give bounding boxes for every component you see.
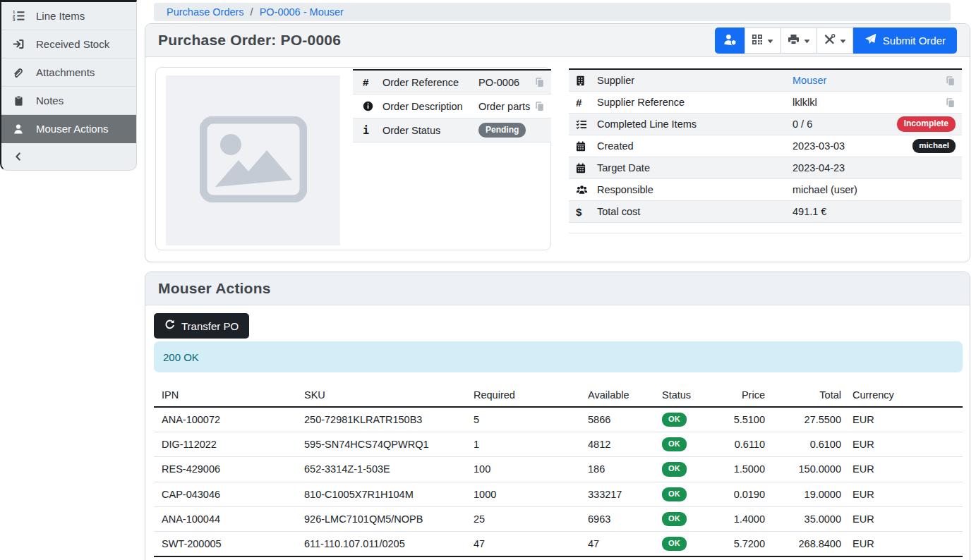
purchase-order-panel-body: # Order Reference PO-0006 Order Descript… [145,57,970,262]
table-row: RES-429006 652-3314Z-1-503E 100 186 OK 1… [154,457,963,482]
copy-icon[interactable] [945,97,956,108]
sidebar-item-label: Received Stock [36,38,109,50]
col-header-status: Status [654,385,711,407]
hash-icon: # [576,97,597,109]
user-icon [11,123,26,135]
transfer-po-label: Transfer PO [181,320,239,332]
ok-badge: OK [662,413,687,427]
chevron-left-icon [11,152,26,162]
ok-badge: OK [662,537,687,551]
calendar-icon [576,141,597,152]
submit-order-button[interactable]: Submit Order [853,28,957,54]
mouser-actions-panel-body: Transfer PO 200 OK IPN SKU Required Avai… [145,305,970,560]
page-title: Purchase Order: PO-0006 [158,32,341,49]
sidebar-item-line-items[interactable]: 123 Line Items [1,2,136,30]
table-header-row: IPN SKU Required Available Status Price … [154,385,963,407]
table-row: SWT-200005 611-110.107.011/0205 47 47 OK… [154,531,963,556]
clipboard-icon [11,95,26,106]
table-row: ANA-100072 250-72981KLRATR150B3 5 5866 O… [154,407,963,432]
breadcrumb-link-current-order[interactable]: PO-0006 - Mouser [260,6,344,18]
table-row: CAP-043046 810-C1005X7R1H104M 1000 33321… [154,482,963,506]
actions-menu-button[interactable] [817,28,853,54]
caret-down-icon [840,35,846,46]
order-reference-value: PO-0006 [478,77,534,88]
transfer-po-button[interactable]: Transfer PO [154,313,249,339]
sidebar: 123 Line Items Received Stock Attachment… [0,0,137,171]
copy-icon[interactable] [534,77,545,87]
created-date-value: 2023-03-03 [793,140,912,152]
col-header-total: Total [766,385,843,407]
paper-plane-icon [864,33,876,47]
detail-row-order-description: Order Description Order parts [353,95,551,118]
caret-down-icon [767,35,773,46]
order-image-placeholder [166,75,340,245]
mouser-actions-panel: Mouser Actions Transfer PO 200 OK IPN SK… [145,272,970,560]
detail-row-total-cost: $ Total cost 491.1 € [569,201,962,223]
submit-order-label: Submit Order [883,35,946,47]
table-total-row: Total 501.0000 [154,556,963,560]
sidebar-collapse-button[interactable] [1,143,136,170]
printer-icon [788,34,800,47]
caret-down-icon [804,35,810,46]
ok-badge: OK [662,462,687,476]
status-alert: 200 OK [154,341,963,372]
total-label: Total [154,556,296,560]
calendar-icon [576,163,597,174]
table-row: DIG-112022 595-SN74HCS74QPWRQ1 1 4812 OK… [154,432,963,457]
total-value: 501.0000 [766,556,843,560]
supplier-reference-value: lklklkl [793,97,945,108]
col-header-ipn: IPN [154,385,296,407]
paperclip-icon [11,67,26,78]
detail-row-created: Created 2023-03-03 michael [569,135,962,157]
sidebar-item-label: Attachments [36,66,95,78]
circle-info-icon [363,101,382,111]
supplier-details-table: Supplier Mouser # Supplier Reference lkl… [569,68,962,233]
barcode-menu-button[interactable] [745,28,781,54]
user-badge: michael [912,139,956,154]
user-shield-icon [723,33,737,48]
col-header-price: Price [711,385,766,407]
breadcrumb-link-purchase-orders[interactable]: Purchase Orders [167,6,244,18]
order-details-table: # Order Reference PO-0006 Order Descript… [353,69,551,142]
hash-icon: # [363,76,382,88]
line-items-table: IPN SKU Required Available Status Price … [154,385,963,560]
total-cost-value: 491.1 € [793,206,962,217]
sidebar-item-label: Mouser Actions [36,123,109,135]
col-header-available: Available [580,385,654,407]
sidebar-item-notes[interactable]: Notes [1,87,136,115]
tools-icon [824,34,836,47]
detail-row-completed-line-items: Completed Line Items 0 / 6 Incomplete [569,114,962,135]
supplier-link[interactable]: Mouser [793,75,826,86]
mouser-actions-panel-header: Mouser Actions [145,272,970,305]
order-toolbar: Submit Order [715,28,957,54]
ok-badge: OK [662,437,687,451]
list-check-icon [576,119,597,130]
purchase-order-panel: Purchase Order: PO-0006 [145,23,970,262]
list-ol-icon: 123 [11,10,26,22]
copy-icon[interactable] [534,101,545,111]
status-badge: Pending [478,123,526,138]
qrcode-icon [752,34,763,47]
sidebar-item-attachments[interactable]: Attachments [1,59,136,87]
detail-row-order-reference: # Order Reference PO-0006 [353,71,551,95]
sidebar-item-received-stock[interactable]: Received Stock [1,30,136,59]
admin-button[interactable] [715,28,745,54]
purchase-order-page: { "sidebar": { "items": [ { "label": "Li… [0,0,976,560]
detail-row-responsible: Responsible michael (user) [569,179,962,201]
refresh-icon [164,319,175,332]
sign-in-icon [11,38,26,50]
completed-line-items-value: 0 / 6 [793,118,897,130]
dollar-icon: $ [576,206,597,218]
detail-row-empty [569,223,962,233]
sidebar-item-mouser-actions[interactable]: Mouser Actions [1,115,136,143]
ok-badge: OK [662,487,687,501]
incomplete-badge: Incomplete [897,116,956,131]
svg-text:3: 3 [13,18,16,22]
copy-icon[interactable] [945,75,956,86]
detail-row-supplier: Supplier Mouser [569,70,962,92]
users-icon [576,185,597,195]
image-placeholder-icon [200,116,307,205]
detail-row-supplier-reference: # Supplier Reference lklklkl [569,92,962,114]
purchase-order-panel-header: Purchase Order: PO-0006 [145,24,970,57]
print-menu-button[interactable] [781,28,817,54]
